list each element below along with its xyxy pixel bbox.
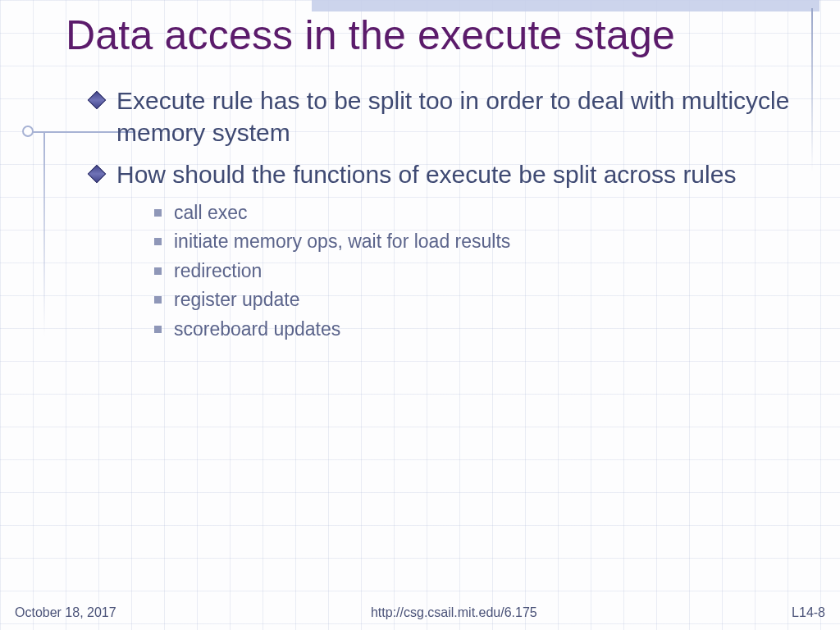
bullet-list: Execute rule has to be split too in orde… [66,84,799,345]
footer-url: http://csg.csail.mit.edu/6.175 [371,605,537,620]
square-bullet-icon [154,238,162,245]
sub-bullet-item: call exec [154,199,799,228]
sub-bullet-text: initiate memory ops, wait for load resul… [174,231,510,252]
bullet-text: Execute rule has to be split too in orde… [116,87,789,146]
footer-date: October 18, 2017 [15,605,116,620]
sub-bullet-text: scoreboard updates [174,318,340,340]
square-bullet-icon [154,326,162,333]
sub-bullet-text: register update [174,289,299,310]
square-bullet-icon [154,296,162,304]
footer-page: L14-8 [792,605,825,620]
square-bullet-icon [154,209,162,217]
sub-bullet-text: call exec [174,202,247,223]
diamond-bullet-icon [90,167,103,180]
sub-bullet-item: initiate memory ops, wait for load resul… [154,227,799,257]
diamond-bullet-icon [90,94,103,107]
bullet-text: How should the functions of execute be s… [116,161,736,188]
sub-bullet-item: register update [154,285,799,315]
sub-bullet-text: redirection [174,260,262,281]
sub-bullet-item: scoreboard updates [154,315,799,345]
sub-bullet-item: redirection [154,257,799,286]
slide-content: Data access in the execute stage Execute… [0,0,840,630]
bullet-item: Execute rule has to be split too in orde… [90,84,799,148]
slide-title: Data access in the execute stage [66,10,799,62]
bullet-item: How should the functions of execute be s… [90,158,799,345]
sub-bullet-list: call exec initiate memory ops, wait for … [116,199,799,345]
square-bullet-icon [154,267,162,275]
slide-footer: October 18, 2017 http://csg.csail.mit.ed… [0,605,840,620]
